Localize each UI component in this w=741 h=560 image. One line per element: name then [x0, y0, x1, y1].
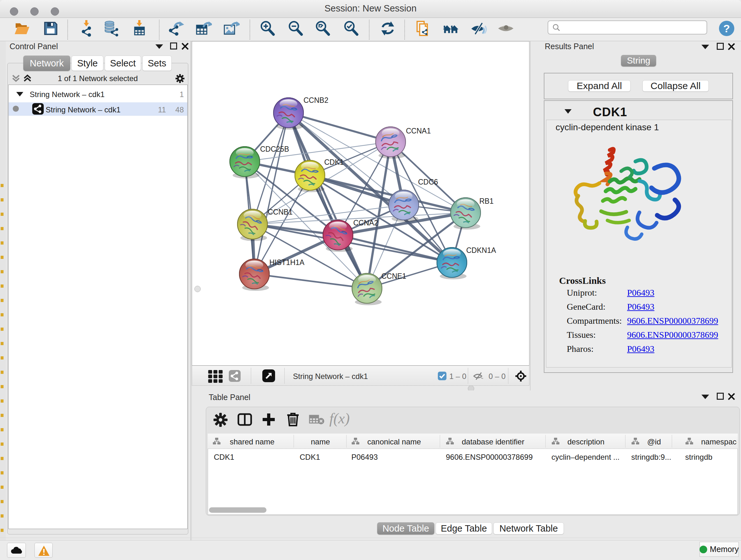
- svg-text:CCNE1: CCNE1: [381, 272, 406, 280]
- svg-text:CCNA1: CCNA1: [406, 127, 431, 135]
- svg-text:CDC25B: CDC25B: [260, 145, 289, 153]
- svg-text:CCNB1: CCNB1: [268, 208, 293, 216]
- svg-text:CDK1: CDK1: [324, 158, 344, 166]
- svg-text:CCNB2: CCNB2: [304, 96, 328, 105]
- svg-text:CCNA2: CCNA2: [353, 219, 378, 227]
- svg-text:?: ?: [724, 22, 730, 35]
- svg-text:CDC6: CDC6: [418, 178, 438, 186]
- svg-text:RB1: RB1: [479, 197, 494, 205]
- svg-text:CDKN1A: CDKN1A: [466, 246, 496, 254]
- svg-text:HIST1H1A: HIST1H1A: [269, 258, 305, 266]
